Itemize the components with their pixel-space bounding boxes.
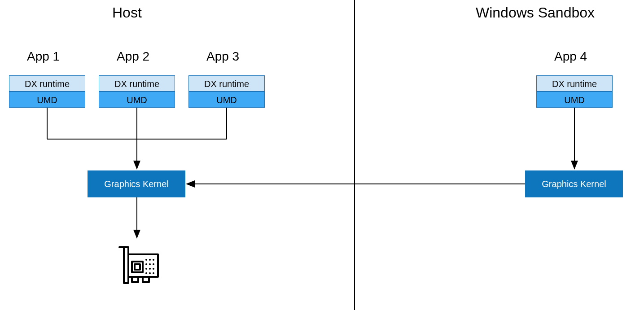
host-title: Host bbox=[112, 4, 142, 21]
app1-umd-box: UMD bbox=[9, 92, 85, 108]
app2-title: App 2 bbox=[117, 49, 149, 64]
diagram-connectors bbox=[0, 0, 644, 310]
app4-dx-box: DX runtime bbox=[536, 75, 613, 92]
host-kernel-box: Graphics Kernel bbox=[88, 170, 185, 197]
app3-title: App 3 bbox=[206, 49, 239, 64]
svg-rect-11 bbox=[132, 262, 143, 272]
app4-umd-box: UMD bbox=[536, 92, 613, 108]
gpu-hardware-icon bbox=[117, 245, 162, 289]
app3-dx-box: DX runtime bbox=[188, 75, 265, 92]
svg-rect-25 bbox=[132, 277, 138, 282]
svg-rect-26 bbox=[143, 277, 149, 282]
app1-dx-box: DX runtime bbox=[9, 75, 85, 92]
app2-umd-box: UMD bbox=[99, 92, 175, 108]
sandbox-kernel-box: Graphics Kernel bbox=[525, 170, 623, 197]
sandbox-title: Windows Sandbox bbox=[476, 4, 595, 21]
app2-dx-box: DX runtime bbox=[99, 75, 175, 92]
app4-title: App 4 bbox=[554, 49, 587, 64]
app3-umd-box: UMD bbox=[188, 92, 265, 108]
app1-title: App 1 bbox=[27, 49, 60, 64]
svg-rect-12 bbox=[135, 264, 140, 270]
